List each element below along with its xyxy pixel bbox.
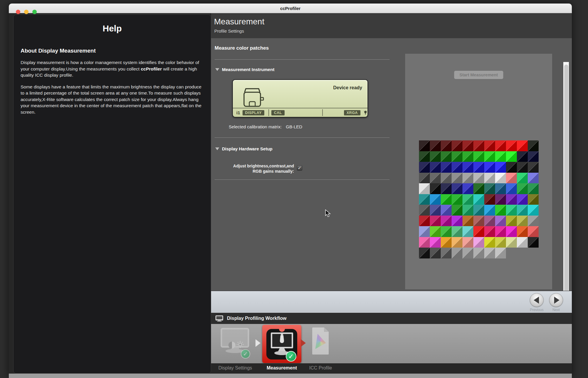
color-patch <box>495 151 506 162</box>
color-patch <box>506 216 517 226</box>
color-patch <box>517 216 528 226</box>
color-patch <box>517 194 528 205</box>
page-header: Measurement Profile Settings <box>211 13 572 38</box>
color-patch <box>473 140 484 151</box>
scrollbar-thumb[interactable] <box>564 65 568 311</box>
divider <box>215 59 390 60</box>
workflow-title: Display Profiling Workflow <box>227 316 286 321</box>
color-patch <box>528 216 539 226</box>
color-patch <box>517 162 528 173</box>
color-patch <box>473 205 484 216</box>
color-patch-grid <box>419 140 539 258</box>
color-patch <box>430 237 441 248</box>
color-patch <box>452 226 462 237</box>
previous-label: Previous <box>530 308 544 312</box>
color-patch <box>441 205 452 216</box>
color-patch <box>452 173 462 184</box>
color-patch <box>441 237 452 248</box>
color-patch <box>473 226 484 237</box>
workflow-label-display-settings[interactable]: Display Settings <box>218 365 253 371</box>
color-patch <box>462 183 473 194</box>
workflow-step-measurement[interactable]: ✓ <box>262 325 301 363</box>
lamp-icon <box>363 110 368 116</box>
workflow-label-icc-profile[interactable]: ICC Profile <box>305 365 336 371</box>
measurement-instrument-disclosure[interactable]: Measurement Instrument <box>215 67 274 72</box>
previous-button[interactable] <box>530 293 544 307</box>
color-patch <box>441 173 452 184</box>
divider <box>215 179 390 180</box>
device-lcd-toolbar: i1 DISPLAY CAL XRGA <box>233 108 368 117</box>
color-patch <box>473 151 484 162</box>
adjust-manually-label-line1: Adjust brightness,contrast,and <box>220 163 294 169</box>
workflow-label-measurement[interactable]: Measurement <box>262 365 301 371</box>
color-patch <box>528 173 539 184</box>
color-patch <box>495 237 506 248</box>
color-patch <box>528 226 539 237</box>
lcd-separator <box>322 109 323 116</box>
patch-row <box>419 226 539 237</box>
disclosure-triangle-icon[interactable] <box>215 68 219 71</box>
workflow-step-display-settings[interactable]: ✓ <box>219 327 251 360</box>
cal-badge: CAL <box>271 110 285 115</box>
color-patch <box>441 162 452 173</box>
color-patch <box>419 194 430 205</box>
patch-row <box>419 151 539 162</box>
adjust-manually-checkbox[interactable]: ✓ <box>297 165 302 171</box>
color-patch <box>506 162 517 173</box>
color-patch <box>441 140 452 151</box>
color-patch <box>495 248 506 258</box>
color-patch <box>484 226 495 237</box>
settings-content: Measure color patches Measurement Instru… <box>211 38 572 291</box>
page-subtitle: Profile Settings <box>214 28 244 33</box>
color-patch <box>528 151 539 162</box>
color-patch <box>452 216 462 226</box>
color-patch <box>441 226 452 237</box>
color-patch <box>473 248 484 258</box>
color-patch <box>419 237 430 248</box>
color-patch <box>452 140 462 151</box>
color-patch <box>419 151 430 162</box>
next-button[interactable] <box>549 293 563 307</box>
monitor-icon <box>215 315 223 322</box>
main-section: Measurement Profile Settings Measure col… <box>211 13 572 378</box>
color-patch <box>419 226 430 237</box>
color-patch <box>473 194 484 205</box>
patch-row <box>419 237 539 248</box>
color-patch <box>419 205 430 216</box>
divider <box>215 137 390 138</box>
workflow-step-icc-profile[interactable] <box>312 327 329 355</box>
color-patch <box>528 194 539 205</box>
patch-row <box>419 216 539 226</box>
next-label: Next <box>549 308 563 312</box>
patch-row <box>419 183 539 194</box>
color-patch <box>430 226 441 237</box>
color-patch <box>441 183 452 194</box>
patch-row <box>419 173 539 184</box>
start-measurement-button[interactable]: Start Measurement <box>454 71 503 79</box>
color-patch <box>430 205 441 216</box>
color-patch <box>462 162 473 173</box>
color-patch <box>441 151 452 162</box>
color-patch <box>462 237 473 248</box>
color-patch <box>430 162 441 173</box>
calibration-matrix-label: Selected calibration matrix: <box>229 124 282 129</box>
color-patch <box>419 216 430 226</box>
color-patch <box>419 140 430 151</box>
app-window: ccProfiler Help About Display Measuremen… <box>9 4 572 378</box>
measurement-preview-panel: Start Measurement <box>405 54 552 289</box>
color-patch <box>452 151 462 162</box>
help-paragraph-1: Display measurement is how a color manag… <box>21 59 204 78</box>
color-patch <box>430 216 441 226</box>
vertical-scrollbar[interactable] <box>563 62 569 315</box>
navigation-bar: Previous Next <box>211 291 572 313</box>
disclosure-triangle-icon[interactable] <box>215 147 219 150</box>
help-heading: About Display Measurement <box>21 48 204 54</box>
lcd-separator <box>268 109 269 116</box>
color-patch <box>473 162 484 173</box>
completed-check-icon: ✓ <box>241 349 250 359</box>
display-hardware-disclosure[interactable]: Display Hardware Setup <box>215 146 273 151</box>
color-patch <box>528 140 539 151</box>
color-patch <box>506 194 517 205</box>
patch-row <box>419 248 539 258</box>
workflow-steps-strip: ✓ ✓ <box>211 324 572 363</box>
